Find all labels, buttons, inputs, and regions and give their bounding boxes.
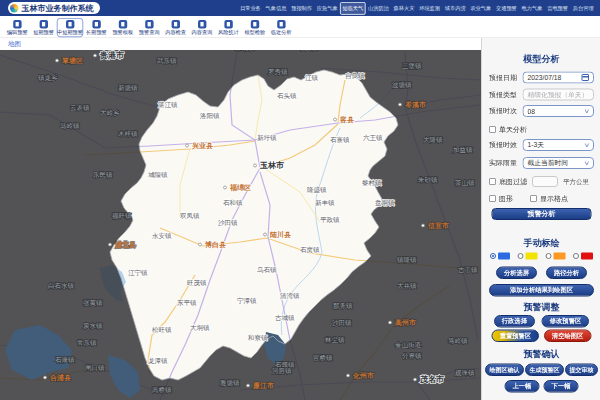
next-button[interactable]: 下一幅 [544,380,579,393]
filter-checkbox[interactable] [489,178,496,185]
map-label: 乌石镇 [257,266,277,274]
map-label: 龙潭镇 [148,357,168,365]
generate-warning-button[interactable]: 生成预警区 [525,364,564,377]
document-icon [171,20,179,28]
toolbar-item-9[interactable]: 风险统计 [215,18,241,37]
map-label: 分界镇 [402,352,422,359]
validity-select[interactable]: 1-3天∨ [523,139,595,151]
toolbar-item-6[interactable]: 预警查询 [136,18,162,37]
map-label: 雅塘镇 [220,379,240,387]
nav-item-5[interactable]: 短临天气 [340,2,366,15]
admin-select-button[interactable]: 行政选择 [494,315,535,328]
reset-warning-button[interactable]: 重置预警区 [492,330,539,343]
toolbar-item-1[interactable]: 编辑预警 [4,18,30,37]
toolbar-item-3[interactable]: 中短期预警 [57,18,83,37]
map-label: 宁潭镇 [237,297,257,305]
map-label: 贵港市 [99,50,124,60]
prev-button[interactable]: 上一幅 [504,380,539,393]
map-label: 林尘镇 [324,336,345,343]
map-label: 旺茂镇 [187,279,207,286]
document-icon [198,20,206,28]
map-label: 湛江镇 [158,101,178,109]
nav-item-2[interactable]: 气象信息 [263,2,289,15]
path-analysis-button[interactable]: 路径分析 [546,267,587,280]
toolbar-item-2[interactable]: 短期预警 [30,18,56,37]
toolbar-item-8[interactable]: 内容查询 [189,18,215,37]
nav-item-3[interactable]: 预报制作 [289,2,315,15]
nav-item-10[interactable]: 农业气象 [468,2,494,15]
map-label: 隆盛镇 [307,186,327,193]
single-day-checkbox[interactable] [489,126,496,133]
nav-item-11[interactable]: 交通预警 [494,2,520,15]
single-day-label: 单天分析 [499,125,527,134]
clear-drawing-button[interactable]: 清空绘图区 [544,330,591,343]
analyze-screen-button[interactable]: 分析选屏 [496,267,537,280]
color-radio-2[interactable] [518,253,538,260]
nav-item-12[interactable]: 电力气象 [519,2,545,15]
map-label: 信宜市 [427,221,449,230]
map-label: 博白县 [204,240,226,249]
map-label: 合浦县 [49,374,71,382]
map-label: 镇隆镇 [396,256,417,263]
map-canvas[interactable]: 贵港市覃塘区武乐镇麻垌镇寺面镇三堡镇波塘镇岑溪市镇龙乡新塘镇云表镇大岭乡木梓镇马… [0,50,481,400]
document-icon [224,20,232,28]
toolbar-item-11[interactable]: 临近分析 [268,18,294,37]
map-tab[interactable]: 地图 [8,39,21,48]
type-label: 预报类型 [489,90,523,99]
filter-area-input[interactable] [532,176,558,187]
toolbar-item-5[interactable]: 预警模板 [110,18,136,37]
grid-checkbox[interactable] [530,195,537,202]
submit-review-button[interactable]: 提交审核 [565,364,598,377]
filter-unit: 平方公里 [563,177,589,186]
map-label: 常乐镇 [77,339,97,346]
map-label: 六王镇 [363,134,383,141]
app-title: 玉林市业务制作系统 [22,3,94,14]
nav-item-9[interactable]: 城市内涝 [442,2,468,15]
chevron-down-icon: ∨ [584,160,591,167]
map-label: 高州市 [395,318,416,327]
map-label: 白石水镇 [48,282,75,290]
grid-label: 显示格点 [540,194,568,203]
map-label: 大岭乡 [100,109,120,117]
map-substrip: 地图 [0,38,481,50]
toolbar-item-4[interactable]: 长期预警 [83,18,109,37]
map-label: 武乐镇 [156,57,177,64]
analyze-button[interactable]: 预警分析 [492,208,592,220]
map-label: 新丰镇 [315,199,335,206]
map-label: 木梓镇 [118,130,138,137]
map-label: 金山街道 [395,341,422,349]
map-label: 石康镇 [55,356,75,364]
map-label: 沙田镇 [218,219,238,227]
map-label: 新塘镇 [118,84,138,92]
toolbar-item-7[interactable]: 内容检查 [162,18,188,37]
map-label: 容县 [339,115,354,124]
color-radio-4[interactable] [573,253,593,260]
nav-item-13[interactable]: 雷电预警 [545,2,571,15]
nav-item-7[interactable]: 森林火灾 [391,2,417,15]
document-icon [13,20,21,28]
time-select[interactable]: 08∨ [523,105,595,117]
map-label: 玉林市 [259,160,284,170]
nav-item-8[interactable]: 环境监测 [417,2,443,15]
rain-select[interactable]: 截止当前时间∨ [523,157,595,169]
modify-warning-button[interactable]: 修改预警区 [542,315,589,328]
confirm-drawing-button[interactable]: 绘图区确认 [485,364,524,377]
map-label: 石和镇 [223,199,243,206]
add-result-button[interactable]: 添加分析结果到绘图区 [489,284,594,297]
graph-checkbox[interactable] [489,195,496,202]
color-radio-1[interactable] [490,253,510,260]
map-label: 东平镇 [177,299,197,306]
nav-item-1[interactable]: 日常业务 [238,2,264,15]
toolbar-item-10[interactable]: 模型检验 [242,18,268,37]
map-label: 张黄镇 [83,299,103,307]
date-input[interactable]: 2023/07/18 [523,72,595,84]
date-label: 预报日期 [489,73,523,82]
map-label: 城隍镇 [148,171,168,178]
nav-item-4[interactable]: 应急气象 [314,2,340,15]
map-label: 自良镇 [345,72,365,80]
color-radio-3[interactable] [545,253,565,260]
nav-item-6[interactable]: 山洪防治 [366,2,392,15]
map-label: 镇龙乡 [37,74,58,82]
filter-label: 底图过滤 [499,177,527,186]
nav-item-14[interactable]: 后台管理 [570,2,596,15]
